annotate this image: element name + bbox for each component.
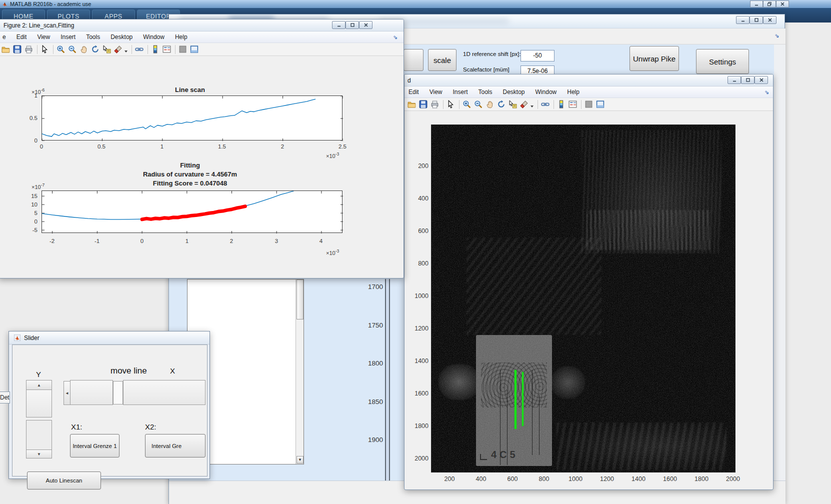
link-plot-icon[interactable] [541, 100, 550, 108]
menu-window[interactable]: Window [143, 34, 164, 40]
brush-dropdown-caret[interactable] [124, 50, 128, 52]
close-button[interactable] [754, 76, 768, 84]
menu-window[interactable]: Window [536, 88, 557, 96]
menu-help[interactable]: Help [175, 34, 188, 40]
xtick: 1400 [632, 476, 646, 482]
scale-button[interactable]: scale [428, 49, 456, 71]
cursor-icon[interactable] [40, 45, 49, 54]
xtick: 1 [186, 238, 188, 244]
pad-left [438, 364, 480, 400]
slider-track[interactable] [26, 420, 52, 450]
x-axis-label: X [170, 366, 175, 375]
dock-figure-icon[interactable] [596, 100, 604, 108]
clipped-button-fragment[interactable] [404, 49, 424, 71]
colorbar-icon[interactable] [557, 100, 566, 108]
brush-dropdown-caret[interactable] [530, 106, 534, 108]
cursor-icon[interactable] [446, 100, 455, 108]
pan-icon[interactable] [80, 45, 88, 54]
minimize-button[interactable] [728, 76, 741, 84]
fitting-axes[interactable] [42, 190, 342, 233]
close-button[interactable] [776, 0, 789, 8]
ytick: 0 [28, 138, 38, 144]
maximize-button[interactable] [750, 16, 763, 24]
panel-vertical-scrollbar[interactable] [385, 279, 390, 480]
hslider-thumb[interactable] [70, 380, 113, 405]
speckle-image-axes[interactable]: 4C5 [431, 124, 736, 472]
interval-grenze-1-button[interactable]: Interval Grenze 1 [70, 434, 120, 458]
slider-up-button[interactable]: ▲ [26, 380, 52, 390]
colorbar-icon[interactable] [151, 45, 160, 54]
y-axis-label: Y [36, 370, 41, 378]
maximize-button[interactable] [741, 76, 754, 84]
menu-tools[interactable]: Tools [86, 34, 100, 40]
legend-icon[interactable] [162, 45, 171, 54]
slider-titlebar: Slider [9, 332, 210, 344]
slider-left-button[interactable]: ◄ [64, 381, 70, 405]
rotate-icon[interactable] [91, 45, 100, 54]
menu-desktop[interactable]: Desktop [503, 88, 525, 96]
close-button[interactable] [359, 21, 372, 29]
print-icon[interactable] [24, 45, 33, 54]
minimize-button[interactable] [332, 21, 346, 29]
listbox-scrollbar[interactable]: ▼ [296, 280, 304, 464]
slider-thumb[interactable] [26, 390, 52, 418]
zoom-in-icon[interactable] [56, 45, 65, 54]
new-figure-icon[interactable] [408, 100, 416, 108]
figure-menubar: e Edit View Insert Tools Desktop Window … [0, 32, 404, 43]
slider-down-button[interactable]: ▼ [26, 450, 52, 458]
toggle-icon[interactable] [584, 100, 593, 108]
menu-edit[interactable]: Edit [16, 34, 27, 40]
save-icon[interactable] [419, 100, 428, 108]
menu-insert[interactable]: Insert [60, 34, 76, 40]
hslider-segment[interactable] [123, 380, 206, 405]
minimize-button[interactable] [750, 0, 763, 8]
new-figure-icon[interactable] [2, 45, 10, 54]
menu-tools[interactable]: Tools [478, 88, 492, 96]
rotate-icon[interactable] [497, 100, 506, 108]
legend-icon[interactable] [568, 100, 577, 108]
data-cursor-icon[interactable] [508, 100, 517, 108]
dock-figure-icon[interactable] [190, 45, 198, 54]
xtick: 1.5 [218, 144, 226, 150]
scrollbar-down-button[interactable]: ▼ [296, 456, 304, 464]
dock-arrow-icon[interactable]: ⇘ [393, 34, 398, 40]
dock-arrow-icon[interactable]: ⇘ [764, 89, 769, 96]
unwrap-pike-button[interactable]: Unwrap Pike [630, 46, 679, 71]
save-icon[interactable] [13, 45, 22, 54]
menu-insert[interactable]: Insert [452, 88, 468, 96]
data-cursor-icon[interactable] [102, 45, 111, 54]
xtick: 2 [230, 238, 233, 244]
fitting-x-exponent: ×10-3 [326, 248, 339, 256]
menu-desktop[interactable]: Desktop [110, 34, 132, 40]
maximize-button[interactable] [346, 21, 359, 29]
pan-icon[interactable] [486, 100, 494, 108]
menu-edit[interactable]: Edit [408, 88, 419, 96]
interval-grenze-2-button[interactable]: Interval Gre [145, 434, 206, 458]
linescan-marker-2[interactable] [522, 372, 524, 426]
print-icon[interactable] [430, 100, 439, 108]
menu-help[interactable]: Help [567, 88, 580, 96]
zoom-out-icon[interactable] [68, 45, 76, 54]
hslider-track[interactable] [113, 381, 123, 404]
ref-shift-input[interactable]: -50 [520, 50, 554, 62]
auto-linescan-button[interactable]: Auto Linescan [27, 472, 101, 490]
dock-arrow-icon[interactable]: ⇘ [774, 32, 779, 39]
zoom-in-icon[interactable] [462, 100, 471, 108]
settings-button[interactable]: Settings [696, 49, 749, 74]
menu-view[interactable]: View [37, 34, 50, 40]
brush-icon[interactable] [520, 100, 528, 108]
close-button[interactable] [763, 16, 776, 24]
scrollbar-thumb[interactable] [296, 280, 304, 320]
menu-file-clipped[interactable]: e [2, 34, 6, 40]
zoom-out-icon[interactable] [474, 100, 482, 108]
ytick: 10 [24, 202, 38, 208]
list-tick: 1900 [353, 436, 383, 444]
link-plot-icon[interactable] [135, 45, 144, 54]
linescan-marker-1[interactable] [514, 370, 516, 429]
minimize-button[interactable] [736, 16, 750, 24]
brush-icon[interactable] [114, 45, 122, 54]
linescan-axes[interactable] [42, 96, 342, 140]
menu-view[interactable]: View [430, 88, 442, 96]
restore-button[interactable] [763, 0, 776, 8]
toggle-icon[interactable] [178, 45, 187, 54]
